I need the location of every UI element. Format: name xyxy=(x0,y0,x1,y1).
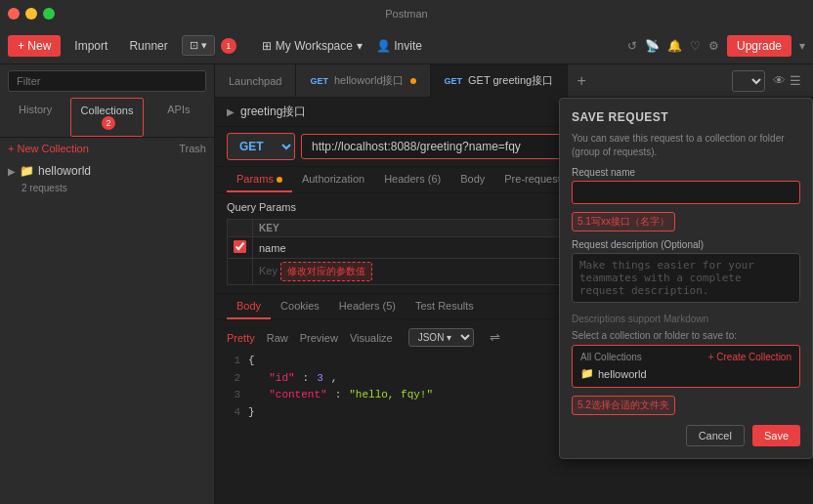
invite-button[interactable]: 👤 Invite xyxy=(376,39,422,53)
params-tab-body[interactable]: Body xyxy=(450,167,494,192)
params-tab-authorization[interactable]: Authorization xyxy=(292,167,374,192)
save-request-popup: SAVE REQUEST You can save this request t… xyxy=(559,98,813,459)
import-button[interactable]: Import xyxy=(66,35,115,57)
cancel-popup-button[interactable]: Cancel xyxy=(686,425,745,446)
tab-launchpad[interactable]: Launchpad xyxy=(215,64,296,98)
menu-icon[interactable]: ☰ xyxy=(790,73,801,88)
save-popup-button[interactable]: Save xyxy=(752,425,800,446)
add-tab-button[interactable]: + xyxy=(568,64,595,98)
fmt-tab-preview[interactable]: Preview xyxy=(300,332,338,344)
tab-helloworld[interactable]: GET helloworld接口 xyxy=(296,64,430,98)
close-button[interactable] xyxy=(8,8,20,20)
response-tab-body[interactable]: Body xyxy=(227,294,271,319)
request-name-field[interactable] xyxy=(572,181,800,204)
unsaved-dot xyxy=(410,78,416,84)
method-badge: GET xyxy=(310,76,328,86)
request-tabs: Launchpad GET helloworld接口 GET GET greet… xyxy=(215,64,813,98)
env-selector: 👁 ☰ xyxy=(724,70,813,92)
toolbar: + New Import Runner ⊡ ▾ 1 ⊞ My Workspace… xyxy=(0,27,813,64)
create-collection-button[interactable]: + Create Collection xyxy=(708,352,792,362)
new-collection-button[interactable]: + New Collection xyxy=(8,143,89,154)
folder-icon: 📁 xyxy=(20,164,34,178)
collections-list-header: All Collections + Create Collection xyxy=(577,350,795,364)
notification-badge: 1 xyxy=(221,38,236,54)
capture-icon[interactable]: ⊡ ▾ xyxy=(182,35,215,56)
collections-list: All Collections + Create Collection 📁 he… xyxy=(572,345,800,388)
sidebar-tab-history[interactable]: History xyxy=(0,98,70,137)
collection-item-helloworld[interactable]: ▶ 📁 helloworld xyxy=(0,159,214,183)
params-tab-headers[interactable]: Headers (6) xyxy=(374,167,450,192)
grid-icon: ⊞ xyxy=(262,39,272,53)
response-tab-cookies[interactable]: Cookies xyxy=(271,294,329,319)
eye-icon[interactable]: 👁 xyxy=(773,73,786,88)
wrap-icon[interactable]: ⇌ xyxy=(490,330,500,345)
fmt-tab-visualize[interactable]: Visualize xyxy=(350,332,393,344)
gear-icon[interactable]: ⚙ xyxy=(708,39,719,53)
sidebar-tab-collections[interactable]: Collections 2 xyxy=(70,98,143,137)
search-input[interactable] xyxy=(8,70,206,92)
bell-icon[interactable]: 🔔 xyxy=(667,39,682,53)
sidebar-tab-apis[interactable]: APIs xyxy=(144,98,214,137)
annotation-52: 5.2选择合适的文件夹 xyxy=(572,396,675,415)
collection-sub-requests: 2 requests xyxy=(0,183,214,193)
json-format-select[interactable]: JSON ▾ xyxy=(408,328,474,347)
chevron-down-icon: ▾ xyxy=(357,39,363,53)
desc-markdown-note: Descriptions support Markdown xyxy=(572,314,800,324)
expand-arrow-icon: ▶ xyxy=(8,166,16,177)
satellite-icon[interactable]: 📡 xyxy=(645,39,660,53)
person-icon: 👤 xyxy=(376,39,391,53)
env-icons: 👁 ☰ xyxy=(769,73,805,88)
fmt-tab-pretty[interactable]: Pretty xyxy=(227,332,255,344)
row-checkbox[interactable] xyxy=(234,240,246,253)
runner-button[interactable]: Runner xyxy=(121,35,175,57)
minimize-button[interactable] xyxy=(25,8,37,20)
request-desc-label: Request description (Optional) xyxy=(572,239,800,250)
tab-greeting[interactable]: GET GET greeting接口 xyxy=(431,64,569,98)
annotation-51: 5.1写xx接口（名字） xyxy=(572,212,675,231)
method-select[interactable]: GET xyxy=(227,133,295,160)
content-wrapper: Launchpad GET helloworld接口 GET GET greet… xyxy=(215,64,813,504)
environment-select[interactable] xyxy=(732,70,765,92)
request-name-label: Request name xyxy=(572,167,800,178)
expand-icon[interactable]: ▶ xyxy=(227,106,235,117)
app-title: Postman xyxy=(385,8,427,20)
sidebar-search-container xyxy=(0,64,214,98)
save-popup-description: You can save this request to a collectio… xyxy=(572,132,800,159)
fmt-tab-raw[interactable]: Raw xyxy=(267,332,288,344)
method-badge: GET xyxy=(445,76,463,86)
request-name: greeting接口 xyxy=(240,104,306,120)
upgrade-button[interactable]: Upgrade xyxy=(727,35,792,57)
workspace-button[interactable]: ⊞ My Workspace ▾ xyxy=(262,39,363,53)
new-button[interactable]: + New xyxy=(8,35,61,57)
traffic-lights xyxy=(8,8,55,20)
select-collection-label: Select a collection or folder to save to… xyxy=(572,330,800,341)
sync-icon[interactable]: ↺ xyxy=(627,39,637,53)
response-tab-headers[interactable]: Headers (5) xyxy=(329,294,406,319)
fullscreen-button[interactable] xyxy=(43,8,55,20)
response-tab-testresults[interactable]: Test Results xyxy=(406,294,484,319)
chevron-down-icon[interactable]: ▾ xyxy=(799,39,805,53)
toolbar-right: ↺ 📡 🔔 ♡ ⚙ Upgrade ▾ xyxy=(627,35,805,57)
sidebar-actions: + New Collection Trash xyxy=(0,138,214,159)
collection-list-item[interactable]: 📁 helloworld xyxy=(577,364,795,383)
save-popup-title: SAVE REQUEST xyxy=(572,110,800,124)
trash-button[interactable]: Trash xyxy=(179,143,206,154)
params-dot xyxy=(277,177,282,183)
main-area: History Collections 2 APIs + New Collect… xyxy=(0,64,813,504)
save-popup-actions: Cancel Save xyxy=(572,425,800,446)
title-bar: Postman xyxy=(0,0,813,27)
sidebar: History Collections 2 APIs + New Collect… xyxy=(0,64,215,504)
params-tab-params[interactable]: Params xyxy=(227,167,292,192)
request-desc-field[interactable] xyxy=(572,253,800,303)
checkbox-header xyxy=(228,220,253,237)
sidebar-tabs: History Collections 2 APIs xyxy=(0,98,214,138)
param-annotation: 修改对应的参数值 xyxy=(280,262,372,281)
folder-icon: 📁 xyxy=(580,367,594,380)
heart-icon[interactable]: ♡ xyxy=(690,39,701,53)
